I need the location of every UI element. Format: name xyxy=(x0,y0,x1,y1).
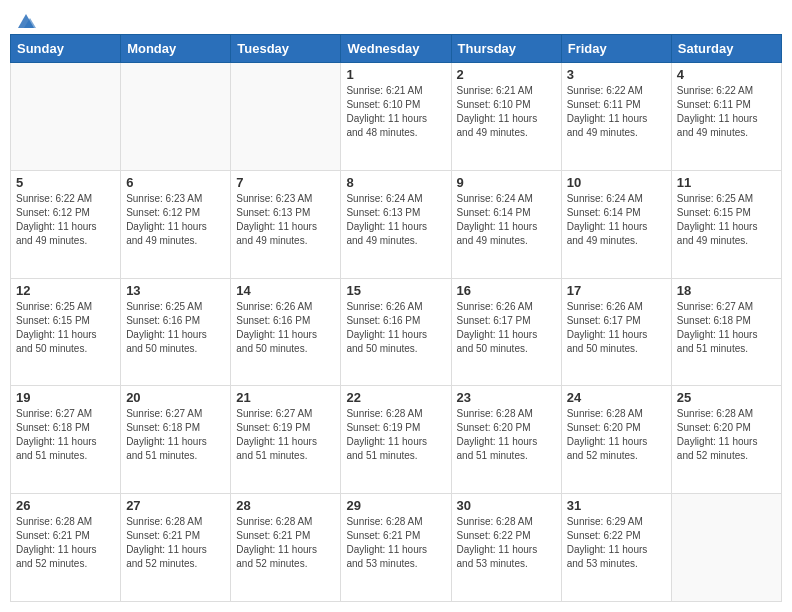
day-number: 21 xyxy=(236,390,335,405)
calendar-cell xyxy=(121,63,231,171)
calendar-cell: 4Sunrise: 6:22 AM Sunset: 6:11 PM Daylig… xyxy=(671,63,781,171)
day-info: Sunrise: 6:28 AM Sunset: 6:21 PM Dayligh… xyxy=(346,515,445,571)
calendar-week-2: 12Sunrise: 6:25 AM Sunset: 6:15 PM Dayli… xyxy=(11,278,782,386)
day-info: Sunrise: 6:26 AM Sunset: 6:17 PM Dayligh… xyxy=(457,300,556,356)
calendar-cell: 16Sunrise: 6:26 AM Sunset: 6:17 PM Dayli… xyxy=(451,278,561,386)
calendar-cell: 6Sunrise: 6:23 AM Sunset: 6:12 PM Daylig… xyxy=(121,170,231,278)
day-info: Sunrise: 6:25 AM Sunset: 6:15 PM Dayligh… xyxy=(16,300,115,356)
calendar-cell: 12Sunrise: 6:25 AM Sunset: 6:15 PM Dayli… xyxy=(11,278,121,386)
day-info: Sunrise: 6:25 AM Sunset: 6:16 PM Dayligh… xyxy=(126,300,225,356)
calendar-cell: 27Sunrise: 6:28 AM Sunset: 6:21 PM Dayli… xyxy=(121,494,231,602)
day-number: 2 xyxy=(457,67,556,82)
day-info: Sunrise: 6:22 AM Sunset: 6:11 PM Dayligh… xyxy=(677,84,776,140)
day-info: Sunrise: 6:23 AM Sunset: 6:12 PM Dayligh… xyxy=(126,192,225,248)
calendar-cell: 8Sunrise: 6:24 AM Sunset: 6:13 PM Daylig… xyxy=(341,170,451,278)
weekday-header-friday: Friday xyxy=(561,35,671,63)
calendar-cell xyxy=(11,63,121,171)
calendar-cell: 5Sunrise: 6:22 AM Sunset: 6:12 PM Daylig… xyxy=(11,170,121,278)
calendar-cell: 15Sunrise: 6:26 AM Sunset: 6:16 PM Dayli… xyxy=(341,278,451,386)
day-number: 4 xyxy=(677,67,776,82)
day-number: 6 xyxy=(126,175,225,190)
day-info: Sunrise: 6:28 AM Sunset: 6:21 PM Dayligh… xyxy=(236,515,335,571)
calendar-cell: 17Sunrise: 6:26 AM Sunset: 6:17 PM Dayli… xyxy=(561,278,671,386)
day-info: Sunrise: 6:21 AM Sunset: 6:10 PM Dayligh… xyxy=(346,84,445,140)
day-number: 23 xyxy=(457,390,556,405)
day-number: 17 xyxy=(567,283,666,298)
day-number: 12 xyxy=(16,283,115,298)
day-info: Sunrise: 6:27 AM Sunset: 6:18 PM Dayligh… xyxy=(126,407,225,463)
day-info: Sunrise: 6:24 AM Sunset: 6:13 PM Dayligh… xyxy=(346,192,445,248)
calendar-cell: 18Sunrise: 6:27 AM Sunset: 6:18 PM Dayli… xyxy=(671,278,781,386)
day-number: 1 xyxy=(346,67,445,82)
day-number: 28 xyxy=(236,498,335,513)
day-number: 10 xyxy=(567,175,666,190)
calendar-cell: 30Sunrise: 6:28 AM Sunset: 6:22 PM Dayli… xyxy=(451,494,561,602)
calendar-cell: 3Sunrise: 6:22 AM Sunset: 6:11 PM Daylig… xyxy=(561,63,671,171)
day-number: 9 xyxy=(457,175,556,190)
day-number: 31 xyxy=(567,498,666,513)
day-number: 25 xyxy=(677,390,776,405)
day-info: Sunrise: 6:27 AM Sunset: 6:19 PM Dayligh… xyxy=(236,407,335,463)
day-number: 3 xyxy=(567,67,666,82)
calendar-cell: 31Sunrise: 6:29 AM Sunset: 6:22 PM Dayli… xyxy=(561,494,671,602)
day-info: Sunrise: 6:22 AM Sunset: 6:12 PM Dayligh… xyxy=(16,192,115,248)
calendar-cell: 7Sunrise: 6:23 AM Sunset: 6:13 PM Daylig… xyxy=(231,170,341,278)
day-info: Sunrise: 6:28 AM Sunset: 6:21 PM Dayligh… xyxy=(16,515,115,571)
day-info: Sunrise: 6:24 AM Sunset: 6:14 PM Dayligh… xyxy=(567,192,666,248)
day-number: 14 xyxy=(236,283,335,298)
day-info: Sunrise: 6:29 AM Sunset: 6:22 PM Dayligh… xyxy=(567,515,666,571)
calendar-cell: 26Sunrise: 6:28 AM Sunset: 6:21 PM Dayli… xyxy=(11,494,121,602)
calendar-week-1: 5Sunrise: 6:22 AM Sunset: 6:12 PM Daylig… xyxy=(11,170,782,278)
day-info: Sunrise: 6:27 AM Sunset: 6:18 PM Dayligh… xyxy=(677,300,776,356)
calendar-cell: 25Sunrise: 6:28 AM Sunset: 6:20 PM Dayli… xyxy=(671,386,781,494)
day-number: 5 xyxy=(16,175,115,190)
day-number: 26 xyxy=(16,498,115,513)
day-number: 8 xyxy=(346,175,445,190)
weekday-header-wednesday: Wednesday xyxy=(341,35,451,63)
day-info: Sunrise: 6:28 AM Sunset: 6:22 PM Dayligh… xyxy=(457,515,556,571)
day-info: Sunrise: 6:23 AM Sunset: 6:13 PM Dayligh… xyxy=(236,192,335,248)
day-info: Sunrise: 6:28 AM Sunset: 6:19 PM Dayligh… xyxy=(346,407,445,463)
day-info: Sunrise: 6:26 AM Sunset: 6:16 PM Dayligh… xyxy=(236,300,335,356)
day-info: Sunrise: 6:24 AM Sunset: 6:14 PM Dayligh… xyxy=(457,192,556,248)
calendar-cell: 23Sunrise: 6:28 AM Sunset: 6:20 PM Dayli… xyxy=(451,386,561,494)
calendar-cell: 29Sunrise: 6:28 AM Sunset: 6:21 PM Dayli… xyxy=(341,494,451,602)
day-info: Sunrise: 6:25 AM Sunset: 6:15 PM Dayligh… xyxy=(677,192,776,248)
day-info: Sunrise: 6:27 AM Sunset: 6:18 PM Dayligh… xyxy=(16,407,115,463)
header xyxy=(10,10,782,26)
day-info: Sunrise: 6:21 AM Sunset: 6:10 PM Dayligh… xyxy=(457,84,556,140)
calendar-cell: 24Sunrise: 6:28 AM Sunset: 6:20 PM Dayli… xyxy=(561,386,671,494)
calendar-cell xyxy=(671,494,781,602)
day-info: Sunrise: 6:28 AM Sunset: 6:20 PM Dayligh… xyxy=(457,407,556,463)
day-info: Sunrise: 6:28 AM Sunset: 6:21 PM Dayligh… xyxy=(126,515,225,571)
weekday-header-row: SundayMondayTuesdayWednesdayThursdayFrid… xyxy=(11,35,782,63)
weekday-header-sunday: Sunday xyxy=(11,35,121,63)
day-number: 15 xyxy=(346,283,445,298)
day-info: Sunrise: 6:28 AM Sunset: 6:20 PM Dayligh… xyxy=(567,407,666,463)
day-info: Sunrise: 6:22 AM Sunset: 6:11 PM Dayligh… xyxy=(567,84,666,140)
calendar-week-3: 19Sunrise: 6:27 AM Sunset: 6:18 PM Dayli… xyxy=(11,386,782,494)
day-number: 16 xyxy=(457,283,556,298)
calendar-cell: 1Sunrise: 6:21 AM Sunset: 6:10 PM Daylig… xyxy=(341,63,451,171)
logo xyxy=(14,10,36,26)
calendar-cell: 9Sunrise: 6:24 AM Sunset: 6:14 PM Daylig… xyxy=(451,170,561,278)
calendar-cell: 20Sunrise: 6:27 AM Sunset: 6:18 PM Dayli… xyxy=(121,386,231,494)
day-info: Sunrise: 6:28 AM Sunset: 6:20 PM Dayligh… xyxy=(677,407,776,463)
weekday-header-monday: Monday xyxy=(121,35,231,63)
day-number: 29 xyxy=(346,498,445,513)
calendar-cell: 13Sunrise: 6:25 AM Sunset: 6:16 PM Dayli… xyxy=(121,278,231,386)
day-number: 27 xyxy=(126,498,225,513)
logo-icon xyxy=(16,10,36,30)
page: SundayMondayTuesdayWednesdayThursdayFrid… xyxy=(0,0,792,612)
calendar-cell: 11Sunrise: 6:25 AM Sunset: 6:15 PM Dayli… xyxy=(671,170,781,278)
day-number: 11 xyxy=(677,175,776,190)
day-number: 18 xyxy=(677,283,776,298)
calendar-cell: 19Sunrise: 6:27 AM Sunset: 6:18 PM Dayli… xyxy=(11,386,121,494)
calendar-cell: 10Sunrise: 6:24 AM Sunset: 6:14 PM Dayli… xyxy=(561,170,671,278)
weekday-header-saturday: Saturday xyxy=(671,35,781,63)
day-number: 22 xyxy=(346,390,445,405)
day-number: 13 xyxy=(126,283,225,298)
calendar-cell: 22Sunrise: 6:28 AM Sunset: 6:19 PM Dayli… xyxy=(341,386,451,494)
day-number: 20 xyxy=(126,390,225,405)
day-info: Sunrise: 6:26 AM Sunset: 6:16 PM Dayligh… xyxy=(346,300,445,356)
